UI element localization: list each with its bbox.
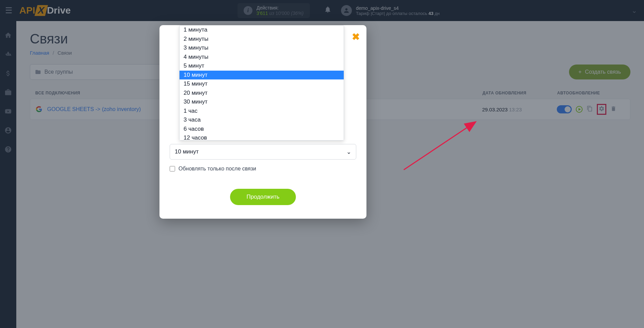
dropdown-item[interactable]: 4 минуты bbox=[179, 53, 344, 62]
continue-button[interactable]: Продолжить bbox=[230, 189, 296, 205]
interval-select-value: 10 минут bbox=[175, 148, 199, 155]
dropdown-item[interactable]: 20 минут bbox=[179, 89, 344, 98]
checkbox-label: Обновлять только после связи bbox=[178, 166, 256, 172]
dropdown-item[interactable]: 15 минут bbox=[179, 79, 344, 89]
close-icon[interactable]: ✖ bbox=[352, 31, 360, 42]
dropdown-item[interactable]: 30 минут bbox=[179, 97, 344, 107]
dropdown-item[interactable]: 12 часов bbox=[179, 133, 344, 141]
interval-select[interactable]: 10 минут ⌄ bbox=[170, 144, 356, 160]
dropdown-item[interactable]: 6 часов bbox=[179, 125, 344, 134]
dropdown-item[interactable]: 5 минут bbox=[179, 61, 344, 71]
dropdown-item[interactable]: 1 минута bbox=[179, 25, 344, 35]
update-after-checkbox[interactable] bbox=[170, 166, 175, 171]
chevron-down-icon: ⌄ bbox=[346, 148, 351, 156]
dropdown-item[interactable]: 3 минуты bbox=[179, 43, 344, 53]
dropdown-item[interactable]: 10 минут bbox=[179, 71, 344, 80]
update-after-checkbox-row[interactable]: Обновлять только после связи bbox=[170, 166, 356, 172]
dropdown-item[interactable]: 3 часа bbox=[179, 115, 344, 125]
dropdown-item[interactable]: 1 час bbox=[179, 107, 344, 116]
interval-dropdown: 1 минута2 минуты3 минуты4 минуты5 минут1… bbox=[179, 25, 344, 141]
dropdown-item[interactable]: 2 минуты bbox=[179, 35, 344, 44]
